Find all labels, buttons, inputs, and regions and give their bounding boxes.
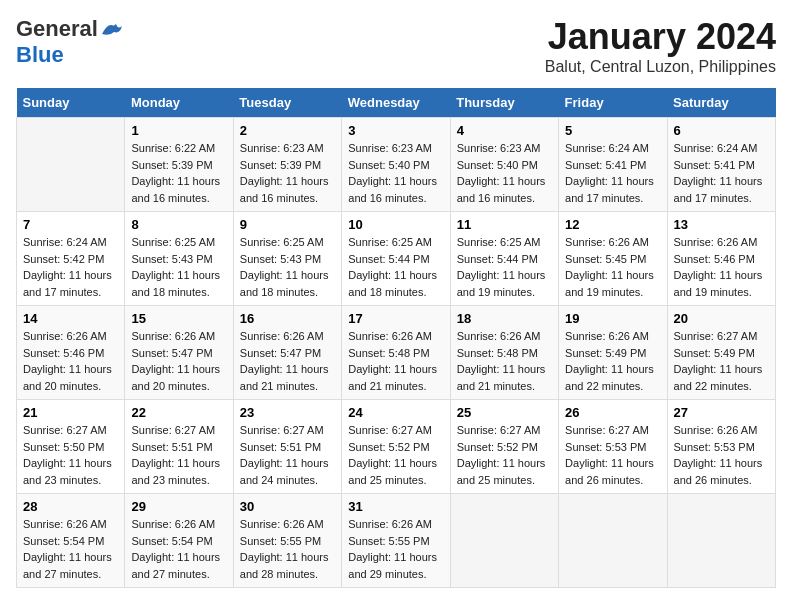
logo-blue: Blue <box>16 42 64 68</box>
logo-general: General <box>16 16 98 42</box>
calendar-cell: 4 Sunrise: 6:23 AMSunset: 5:40 PMDayligh… <box>450 118 558 212</box>
calendar-day-header: Friday <box>559 88 667 118</box>
calendar-cell: 7 Sunrise: 6:24 AMSunset: 5:42 PMDayligh… <box>17 212 125 306</box>
calendar-day-header: Tuesday <box>233 88 341 118</box>
day-info: Sunrise: 6:26 AMSunset: 5:45 PMDaylight:… <box>565 236 654 298</box>
day-number: 14 <box>23 311 118 326</box>
day-number: 29 <box>131 499 226 514</box>
day-info: Sunrise: 6:26 AMSunset: 5:47 PMDaylight:… <box>131 330 220 392</box>
day-number: 4 <box>457 123 552 138</box>
calendar-cell: 31 Sunrise: 6:26 AMSunset: 5:55 PMDaylig… <box>342 494 450 588</box>
day-info: Sunrise: 6:27 AMSunset: 5:50 PMDaylight:… <box>23 424 112 486</box>
calendar-cell: 28 Sunrise: 6:26 AMSunset: 5:54 PMDaylig… <box>17 494 125 588</box>
calendar-day-header: Thursday <box>450 88 558 118</box>
day-number: 30 <box>240 499 335 514</box>
calendar-day-header: Wednesday <box>342 88 450 118</box>
day-number: 28 <box>23 499 118 514</box>
day-info: Sunrise: 6:25 AMSunset: 5:43 PMDaylight:… <box>131 236 220 298</box>
day-info: Sunrise: 6:26 AMSunset: 5:55 PMDaylight:… <box>240 518 329 580</box>
day-number: 9 <box>240 217 335 232</box>
day-info: Sunrise: 6:25 AMSunset: 5:44 PMDaylight:… <box>457 236 546 298</box>
calendar-cell: 2 Sunrise: 6:23 AMSunset: 5:39 PMDayligh… <box>233 118 341 212</box>
day-info: Sunrise: 6:26 AMSunset: 5:55 PMDaylight:… <box>348 518 437 580</box>
day-number: 13 <box>674 217 769 232</box>
day-number: 16 <box>240 311 335 326</box>
calendar-header-row: SundayMondayTuesdayWednesdayThursdayFrid… <box>17 88 776 118</box>
day-number: 17 <box>348 311 443 326</box>
calendar-cell: 15 Sunrise: 6:26 AMSunset: 5:47 PMDaylig… <box>125 306 233 400</box>
day-number: 3 <box>348 123 443 138</box>
calendar-day-header: Saturday <box>667 88 775 118</box>
calendar-cell: 5 Sunrise: 6:24 AMSunset: 5:41 PMDayligh… <box>559 118 667 212</box>
location-title: Balut, Central Luzon, Philippines <box>545 58 776 76</box>
calendar-cell <box>559 494 667 588</box>
day-info: Sunrise: 6:25 AMSunset: 5:43 PMDaylight:… <box>240 236 329 298</box>
calendar-body: 1 Sunrise: 6:22 AMSunset: 5:39 PMDayligh… <box>17 118 776 588</box>
day-info: Sunrise: 6:23 AMSunset: 5:39 PMDaylight:… <box>240 142 329 204</box>
day-info: Sunrise: 6:24 AMSunset: 5:41 PMDaylight:… <box>674 142 763 204</box>
day-number: 12 <box>565 217 660 232</box>
calendar-day-header: Monday <box>125 88 233 118</box>
day-number: 15 <box>131 311 226 326</box>
calendar-week-row: 14 Sunrise: 6:26 AMSunset: 5:46 PMDaylig… <box>17 306 776 400</box>
calendar-cell: 1 Sunrise: 6:22 AMSunset: 5:39 PMDayligh… <box>125 118 233 212</box>
day-info: Sunrise: 6:22 AMSunset: 5:39 PMDaylight:… <box>131 142 220 204</box>
day-info: Sunrise: 6:27 AMSunset: 5:52 PMDaylight:… <box>348 424 437 486</box>
day-info: Sunrise: 6:27 AMSunset: 5:51 PMDaylight:… <box>240 424 329 486</box>
calendar-cell: 18 Sunrise: 6:26 AMSunset: 5:48 PMDaylig… <box>450 306 558 400</box>
calendar-cell <box>17 118 125 212</box>
calendar-week-row: 7 Sunrise: 6:24 AMSunset: 5:42 PMDayligh… <box>17 212 776 306</box>
day-number: 20 <box>674 311 769 326</box>
calendar-cell: 9 Sunrise: 6:25 AMSunset: 5:43 PMDayligh… <box>233 212 341 306</box>
calendar-cell: 17 Sunrise: 6:26 AMSunset: 5:48 PMDaylig… <box>342 306 450 400</box>
logo-bird-icon <box>100 20 122 38</box>
calendar-day-header: Sunday <box>17 88 125 118</box>
day-info: Sunrise: 6:25 AMSunset: 5:44 PMDaylight:… <box>348 236 437 298</box>
page-header: General Blue January 2024 Balut, Central… <box>16 16 776 76</box>
day-number: 31 <box>348 499 443 514</box>
calendar-cell: 8 Sunrise: 6:25 AMSunset: 5:43 PMDayligh… <box>125 212 233 306</box>
day-info: Sunrise: 6:27 AMSunset: 5:49 PMDaylight:… <box>674 330 763 392</box>
day-number: 22 <box>131 405 226 420</box>
day-info: Sunrise: 6:26 AMSunset: 5:48 PMDaylight:… <box>348 330 437 392</box>
calendar-cell: 22 Sunrise: 6:27 AMSunset: 5:51 PMDaylig… <box>125 400 233 494</box>
day-number: 8 <box>131 217 226 232</box>
day-number: 19 <box>565 311 660 326</box>
day-info: Sunrise: 6:26 AMSunset: 5:54 PMDaylight:… <box>131 518 220 580</box>
calendar-week-row: 28 Sunrise: 6:26 AMSunset: 5:54 PMDaylig… <box>17 494 776 588</box>
calendar-cell: 30 Sunrise: 6:26 AMSunset: 5:55 PMDaylig… <box>233 494 341 588</box>
day-number: 11 <box>457 217 552 232</box>
logo: General Blue <box>16 16 122 68</box>
calendar-cell: 12 Sunrise: 6:26 AMSunset: 5:45 PMDaylig… <box>559 212 667 306</box>
calendar-cell: 14 Sunrise: 6:26 AMSunset: 5:46 PMDaylig… <box>17 306 125 400</box>
day-info: Sunrise: 6:24 AMSunset: 5:42 PMDaylight:… <box>23 236 112 298</box>
calendar-cell: 24 Sunrise: 6:27 AMSunset: 5:52 PMDaylig… <box>342 400 450 494</box>
day-number: 10 <box>348 217 443 232</box>
calendar-cell <box>450 494 558 588</box>
calendar-cell: 13 Sunrise: 6:26 AMSunset: 5:46 PMDaylig… <box>667 212 775 306</box>
calendar-table: SundayMondayTuesdayWednesdayThursdayFrid… <box>16 88 776 588</box>
day-number: 1 <box>131 123 226 138</box>
day-info: Sunrise: 6:23 AMSunset: 5:40 PMDaylight:… <box>348 142 437 204</box>
day-number: 26 <box>565 405 660 420</box>
day-number: 23 <box>240 405 335 420</box>
calendar-cell: 25 Sunrise: 6:27 AMSunset: 5:52 PMDaylig… <box>450 400 558 494</box>
calendar-cell: 6 Sunrise: 6:24 AMSunset: 5:41 PMDayligh… <box>667 118 775 212</box>
calendar-cell: 26 Sunrise: 6:27 AMSunset: 5:53 PMDaylig… <box>559 400 667 494</box>
calendar-cell: 11 Sunrise: 6:25 AMSunset: 5:44 PMDaylig… <box>450 212 558 306</box>
calendar-cell: 10 Sunrise: 6:25 AMSunset: 5:44 PMDaylig… <box>342 212 450 306</box>
day-number: 24 <box>348 405 443 420</box>
day-info: Sunrise: 6:27 AMSunset: 5:52 PMDaylight:… <box>457 424 546 486</box>
day-number: 27 <box>674 405 769 420</box>
calendar-cell: 29 Sunrise: 6:26 AMSunset: 5:54 PMDaylig… <box>125 494 233 588</box>
day-info: Sunrise: 6:26 AMSunset: 5:54 PMDaylight:… <box>23 518 112 580</box>
calendar-cell: 21 Sunrise: 6:27 AMSunset: 5:50 PMDaylig… <box>17 400 125 494</box>
day-number: 6 <box>674 123 769 138</box>
day-number: 7 <box>23 217 118 232</box>
calendar-cell: 20 Sunrise: 6:27 AMSunset: 5:49 PMDaylig… <box>667 306 775 400</box>
title-area: January 2024 Balut, Central Luzon, Phili… <box>545 16 776 76</box>
day-info: Sunrise: 6:26 AMSunset: 5:53 PMDaylight:… <box>674 424 763 486</box>
day-number: 21 <box>23 405 118 420</box>
day-info: Sunrise: 6:27 AMSunset: 5:53 PMDaylight:… <box>565 424 654 486</box>
day-number: 2 <box>240 123 335 138</box>
